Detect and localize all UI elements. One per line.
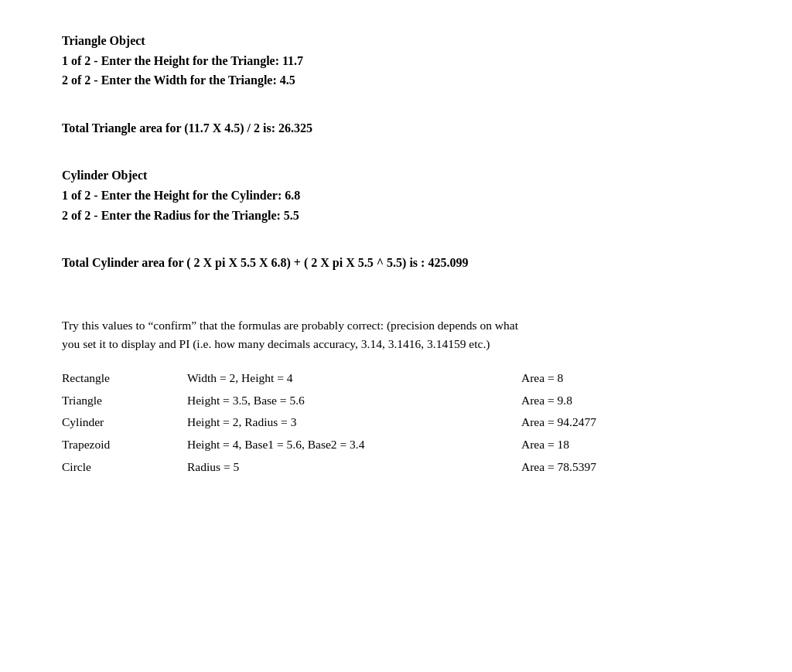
intro-line2: you set it to display and PI (i.e. how m… bbox=[62, 337, 490, 350]
intro-line1: Try this values to “confirm” that the fo… bbox=[62, 319, 518, 332]
cylinder-result-section: Total Cylinder area for ( 2 X pi X 5.5 X… bbox=[62, 253, 730, 273]
area-cell: Area = 94.2477 bbox=[521, 411, 730, 434]
cylinder-section: Cylinder Object 1 of 2 - Enter the Heigh… bbox=[62, 165, 730, 225]
shape-cell: Circle bbox=[62, 456, 187, 479]
shape-table-section: RectangleWidth = 2, Height = 4Area = 8Tr… bbox=[62, 367, 730, 479]
triangle-title: Triangle Object bbox=[62, 31, 730, 51]
area-cell: Area = 9.8 bbox=[521, 390, 730, 412]
params-cell: Height = 2, Radius = 3 bbox=[187, 411, 521, 434]
table-row: CircleRadius = 5Area = 78.5397 bbox=[62, 456, 730, 479]
area-cell: Area = 18 bbox=[521, 434, 730, 456]
cylinder-line1: 1 of 2 - Enter the Height for the Cylind… bbox=[62, 186, 730, 206]
intro-text: Try this values to “confirm” that the fo… bbox=[62, 316, 730, 353]
shape-cell: Trapezoid bbox=[62, 434, 187, 456]
shape-cell: Cylinder bbox=[62, 411, 187, 434]
table-row: RectangleWidth = 2, Height = 4Area = 8 bbox=[62, 367, 730, 390]
cylinder-title: Cylinder Object bbox=[62, 165, 730, 186]
shape-table: RectangleWidth = 2, Height = 4Area = 8Tr… bbox=[62, 367, 730, 479]
table-row: TrapezoidHeight = 4, Base1 = 5.6, Base2 … bbox=[62, 434, 730, 456]
triangle-section: Triangle Object 1 of 2 - Enter the Heigh… bbox=[62, 31, 730, 90]
params-cell: Radius = 5 bbox=[187, 456, 521, 479]
triangle-line2: 2 of 2 - Enter the Width for the Triangl… bbox=[62, 70, 730, 90]
params-cell: Height = 4, Base1 = 5.6, Base2 = 3.4 bbox=[187, 434, 521, 456]
main-content: Triangle Object 1 of 2 - Enter the Heigh… bbox=[62, 31, 730, 479]
table-row: TriangleHeight = 3.5, Base = 5.6Area = 9… bbox=[62, 390, 730, 412]
table-row: CylinderHeight = 2, Radius = 3Area = 94.… bbox=[62, 411, 730, 434]
shape-cell: Rectangle bbox=[62, 367, 187, 390]
params-cell: Height = 3.5, Base = 5.6 bbox=[187, 390, 521, 412]
triangle-line1: 1 of 2 - Enter the Height for the Triang… bbox=[62, 51, 730, 71]
params-cell: Width = 2, Height = 4 bbox=[187, 367, 521, 390]
cylinder-line2: 2 of 2 - Enter the Radius for the Triang… bbox=[62, 206, 730, 226]
triangle-result: Total Triangle area for (11.7 X 4.5) / 2… bbox=[62, 118, 730, 138]
cylinder-result: Total Cylinder area for ( 2 X pi X 5.5 X… bbox=[62, 253, 730, 273]
triangle-result-section: Total Triangle area for (11.7 X 4.5) / 2… bbox=[62, 118, 730, 138]
area-cell: Area = 78.5397 bbox=[521, 456, 730, 479]
area-cell: Area = 8 bbox=[521, 367, 730, 390]
shape-cell: Triangle bbox=[62, 390, 187, 412]
